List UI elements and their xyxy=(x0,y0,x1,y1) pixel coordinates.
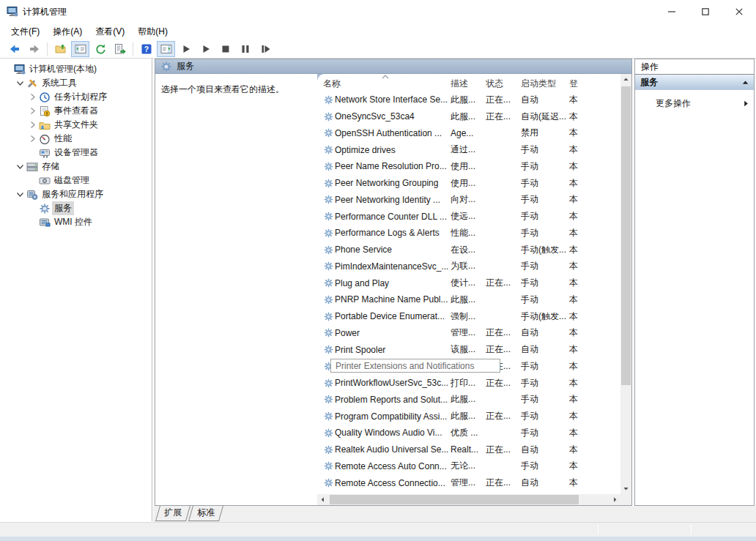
service-row[interactable]: PNRP Machine Name Publ...此服...手动本 xyxy=(317,291,620,308)
service-row[interactable]: Peer Networking Grouping使用...手动本 xyxy=(317,175,620,192)
resume-service-button[interactable] xyxy=(196,41,215,57)
service-row[interactable]: PimIndexMaintenanceSvc_...为联...手动本 xyxy=(317,258,620,275)
service-row[interactable]: Print Spooler该服...正在...自动本 xyxy=(317,341,620,358)
tree-item-event-viewer[interactable]: 事件查看器 xyxy=(0,104,152,118)
scroll-down-icon[interactable] xyxy=(620,483,631,494)
maximize-button[interactable] xyxy=(689,0,722,23)
console-tree-toggle-button[interactable] xyxy=(71,41,89,57)
service-row[interactable]: Quality Windows Audio Vi...优质 ...手动本 xyxy=(317,425,620,441)
scroll-left-icon[interactable] xyxy=(317,494,328,505)
menu-item-3[interactable]: 帮助(H) xyxy=(131,23,174,40)
scroll-right-icon[interactable] xyxy=(609,494,620,505)
service-row[interactable]: Performance Logs & Alerts性能...手动本 xyxy=(317,225,620,242)
service-row[interactable]: Performance Counter DLL ...使远...手动本 xyxy=(317,208,620,225)
help-icon: ? xyxy=(141,43,152,55)
tree-item-services-and-apps[interactable]: 服务和应用程序 xyxy=(0,187,152,201)
tree-item-services-gear[interactable]: 服务 xyxy=(0,201,152,215)
service-row[interactable]: Realtek Audio Universal Se...Realt...正在.… xyxy=(317,441,620,458)
expander-down-icon[interactable] xyxy=(15,189,26,200)
expander-down-icon[interactable] xyxy=(15,161,26,172)
stop-service-button[interactable] xyxy=(216,41,234,57)
service-logon-as: 本 xyxy=(569,127,579,139)
expander-right-icon[interactable] xyxy=(27,105,38,116)
services-gear-icon xyxy=(38,203,51,214)
tree-item-wmi-control[interactable]: WMI 控件 xyxy=(0,215,152,229)
minimize-button[interactable] xyxy=(655,0,689,23)
service-logon-as: 本 xyxy=(569,244,579,256)
tree-item-storage[interactable]: 存储 xyxy=(0,160,152,174)
column-header-name[interactable]: 名称 xyxy=(317,75,451,90)
service-description: 性能... xyxy=(451,227,486,239)
tree-item-computer-management[interactable]: 计算机管理(本地) xyxy=(0,62,152,76)
horizontal-scrollbar[interactable] xyxy=(317,494,620,505)
menu-item-2[interactable]: 查看(V) xyxy=(89,23,131,40)
expander-right-icon[interactable] xyxy=(27,119,38,130)
service-row[interactable]: OneSyncSvc_53ca4此服...正在...自动(延迟...本 xyxy=(317,108,620,125)
collapse-section-icon[interactable] xyxy=(742,80,749,85)
vertical-scroll-thumb[interactable] xyxy=(621,86,631,385)
service-row[interactable]: Peer Networking Identity ...向对...手动本 xyxy=(317,192,620,209)
service-row[interactable]: Portable Device Enumerat...强制...手动(触发...… xyxy=(317,308,620,325)
service-row[interactable]: Program Compatibility Assi...此服...正在...手… xyxy=(317,408,620,425)
up-one-level-folder-button[interactable] xyxy=(51,41,70,57)
service-name: Remote Access Connectio... xyxy=(335,478,451,488)
menu-item-0[interactable]: 文件(F) xyxy=(4,23,46,40)
service-name: Optimize drives xyxy=(335,145,451,155)
menu-item-1[interactable]: 操作(A) xyxy=(46,23,89,40)
view-tab-standard[interactable]: 标准 xyxy=(188,506,223,521)
export-list-button[interactable] xyxy=(111,41,129,57)
vertical-scrollbar[interactable] xyxy=(620,74,631,494)
expander-down-icon[interactable] xyxy=(15,78,26,89)
column-header-description[interactable]: 描述 xyxy=(451,75,486,90)
service-row[interactable]: Remote Access Connectio...管理...正在...自动本 xyxy=(317,474,620,491)
expander-right-icon[interactable] xyxy=(27,133,38,144)
service-name: Peer Name Resolution Pro... xyxy=(335,161,451,171)
help-button[interactable]: ? xyxy=(137,41,155,57)
forward-arrow-button[interactable] xyxy=(25,41,43,57)
service-row[interactable]: Peer Name Resolution Pro...使用...手动本 xyxy=(317,158,620,175)
window-title: 计算机管理 xyxy=(23,6,67,18)
service-row[interactable]: Optimize drives通过...手动本 xyxy=(317,141,620,158)
service-gear-icon xyxy=(317,411,335,421)
view-tab-extended[interactable]: 扩展 xyxy=(155,506,190,521)
refresh-button[interactable] xyxy=(91,41,109,57)
tree-item-shared-folders[interactable]: 共享文件夹 xyxy=(0,118,152,132)
scroll-up-icon[interactable] xyxy=(620,74,631,85)
service-row[interactable]: Remote Access Auto Conn...无论...手动本 xyxy=(317,458,620,475)
back-arrow-button[interactable] xyxy=(5,41,23,57)
column-header-status[interactable]: 状态 xyxy=(486,75,521,90)
service-logon-as: 本 xyxy=(569,294,579,306)
column-header-logon-as[interactable]: 登 xyxy=(569,75,579,90)
service-row[interactable]: Plug and Play使计...正在...手动本 xyxy=(317,275,620,291)
chevron-right-icon xyxy=(744,100,749,107)
service-row[interactable]: PrintWorkflowUserSvc_53c...打印...正在...手动本 xyxy=(317,375,620,392)
service-row[interactable]: Problem Reports and Solut...此服...手动本 xyxy=(317,392,620,408)
service-row[interactable]: Power管理...正在...自动本 xyxy=(317,325,620,342)
storage-icon xyxy=(26,161,38,173)
service-row[interactable]: OpenSSH Authentication ...Age...禁用本 xyxy=(317,125,620,142)
expander-right-icon[interactable] xyxy=(27,92,38,102)
service-startup-type: 自动 xyxy=(521,477,569,489)
action-pane-toggle-button[interactable] xyxy=(157,41,175,57)
service-startup-type: 手动 xyxy=(521,177,569,190)
tree-item-disk-management[interactable]: 磁盘管理 xyxy=(0,174,152,187)
tree-item-task-scheduler[interactable]: 任务计划程序 xyxy=(0,90,152,104)
service-gear-icon xyxy=(317,228,335,238)
tree-item-device-manager[interactable]: 设备管理器 xyxy=(0,146,152,160)
start-service-button[interactable] xyxy=(177,41,195,57)
column-header-startup-type[interactable]: 启动类型 xyxy=(521,75,569,90)
tree-item-system-tools[interactable]: 系统工具 xyxy=(0,76,152,90)
service-name-tooltip-box: Printer Extensions and Notifications xyxy=(330,359,500,373)
actions-section-services[interactable]: 服务 xyxy=(635,75,754,90)
toolbar-separator xyxy=(47,42,48,56)
service-row[interactable]: Phone Service在设...手动(触发...本 xyxy=(317,242,620,258)
service-row[interactable]: Printer Extensions and Notifications正在..… xyxy=(317,358,620,375)
pause-service-button[interactable] xyxy=(236,41,254,57)
restart-service-button[interactable] xyxy=(256,41,274,57)
close-button[interactable] xyxy=(722,0,756,23)
horizontal-scroll-thumb[interactable] xyxy=(330,495,579,504)
more-actions-item[interactable]: 更多操作 xyxy=(635,95,754,111)
service-row[interactable]: Network Store Interface Se...此服...正在...自… xyxy=(317,92,620,108)
service-logon-as: 本 xyxy=(569,360,579,373)
tree-item-performance[interactable]: 性能 xyxy=(0,132,152,146)
